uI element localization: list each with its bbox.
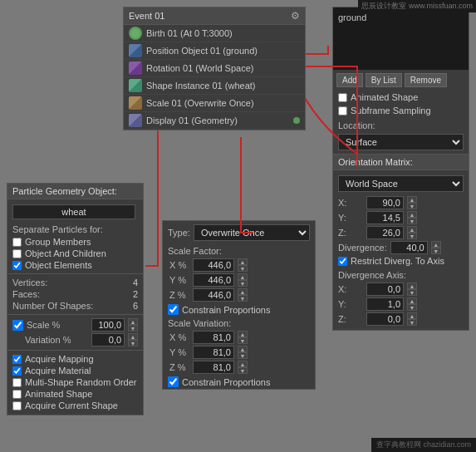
ax-up[interactable]: ▲ xyxy=(407,282,417,289)
var-z-label: Z % xyxy=(169,362,189,372)
var-x-up[interactable]: ▲ xyxy=(238,331,248,337)
acquire-material-row: Acquire Material xyxy=(7,365,143,376)
active-dot xyxy=(293,117,300,124)
scale-up[interactable]: ▲ xyxy=(128,318,138,325)
num-shapes-value: 6 xyxy=(133,301,138,311)
scale-x-up[interactable]: ▲ xyxy=(238,258,248,265)
event-item-position[interactable]: Position Object 01 (ground) xyxy=(124,42,305,60)
scale-y-down[interactable]: ▼ xyxy=(238,280,248,287)
event-item-scale[interactable]: Scale 01 (Overwrite Once) xyxy=(124,95,305,112)
orient-type-select[interactable]: World Space xyxy=(338,175,464,192)
ay-down[interactable]: ▼ xyxy=(407,304,417,311)
scale-z-label: Z % xyxy=(169,290,189,300)
faces-label: Faces: xyxy=(12,289,130,299)
animated-shape-row: Animated Shape xyxy=(333,91,469,104)
var-z-input[interactable] xyxy=(193,361,234,374)
az-up[interactable]: ▲ xyxy=(407,312,417,319)
orient-y-input[interactable] xyxy=(366,211,404,224)
var-y-up[interactable]: ▲ xyxy=(238,346,248,352)
multi-shape-checkbox[interactable] xyxy=(12,378,22,387)
scale-x-row: X % ▲ ▼ xyxy=(163,258,315,273)
ax-down[interactable]: ▼ xyxy=(407,289,417,296)
scale-input[interactable] xyxy=(91,318,125,332)
scale-checkbox[interactable] xyxy=(12,320,23,331)
restrict-checkbox[interactable] xyxy=(338,257,347,266)
event-item-shape[interactable]: Shape Instance 01 (wheat) xyxy=(124,77,305,95)
orient-x-up[interactable]: ▲ xyxy=(407,196,417,203)
orient-z-down[interactable]: ▼ xyxy=(407,233,417,239)
add-button[interactable]: Add xyxy=(336,73,363,87)
particle-name-input[interactable] xyxy=(12,204,135,219)
multi-shape-label: Multi-Shape Random Order xyxy=(25,377,137,387)
orient-y-down[interactable]: ▼ xyxy=(407,218,417,224)
event-item-label: Rotation 01 (World Space) xyxy=(146,63,300,73)
variation-down[interactable]: ▼ xyxy=(128,340,138,346)
scale-z-down[interactable]: ▼ xyxy=(238,295,248,302)
scale-z-up[interactable]: ▲ xyxy=(238,288,248,295)
scale-variation-label: Scale Variation: xyxy=(163,317,315,330)
object-elements-checkbox[interactable] xyxy=(12,261,22,270)
scale-z-input[interactable] xyxy=(193,288,234,302)
object-children-checkbox[interactable] xyxy=(12,249,22,258)
orient-x-down[interactable]: ▼ xyxy=(407,203,417,209)
separate-label: Separate Particles for: xyxy=(7,223,143,236)
vconstrain-label: Constrain Proportions xyxy=(182,377,270,387)
restrict-label: Restrict Diverg. To Axis xyxy=(351,256,444,266)
scale-y-input[interactable] xyxy=(193,273,234,287)
div-down[interactable]: ▼ xyxy=(431,248,441,254)
event-item-rotation[interactable]: Rotation 01 (World Space) xyxy=(124,60,305,77)
orient-z-up[interactable]: ▲ xyxy=(407,226,417,233)
animated-shape-checkbox[interactable] xyxy=(338,93,347,102)
orient-y-spinner: ▲ ▼ xyxy=(407,211,417,224)
scale-x-input[interactable] xyxy=(193,258,234,272)
divider2 xyxy=(7,314,143,315)
var-x-input[interactable] xyxy=(193,331,234,344)
axis-x-input[interactable] xyxy=(366,282,404,296)
divider3 xyxy=(7,350,143,351)
constrain-checkbox[interactable] xyxy=(168,304,179,315)
location-select[interactable]: Surface xyxy=(338,134,464,150)
restrict-row: Restrict Diverg. To Axis xyxy=(333,255,469,267)
az-down[interactable]: ▼ xyxy=(407,319,417,326)
ay-up[interactable]: ▲ xyxy=(407,297,417,304)
acquire-material-checkbox[interactable] xyxy=(12,366,22,376)
var-y-down[interactable]: ▼ xyxy=(238,352,248,359)
axis-y-input[interactable] xyxy=(366,297,404,311)
animated-shape-particle-label: Animated Shape xyxy=(25,389,92,399)
bylist-button[interactable]: By List xyxy=(366,73,402,87)
scale-x-down[interactable]: ▼ xyxy=(238,265,248,272)
variation-up[interactable]: ▲ xyxy=(128,333,138,340)
animated-shape-particle-checkbox[interactable] xyxy=(12,390,22,399)
bottom-watermark: 查字典教程网 chazidian.com xyxy=(371,438,476,452)
divergence-input[interactable] xyxy=(390,241,428,254)
acquire-mapping-checkbox[interactable] xyxy=(12,355,22,364)
axis-z-input[interactable] xyxy=(366,312,404,326)
orient-y-up[interactable]: ▲ xyxy=(407,211,417,218)
group-members-checkbox[interactable] xyxy=(12,238,22,247)
remove-button[interactable]: Remove xyxy=(405,73,447,87)
event-item-label: Display 01 (Geometry) xyxy=(146,115,290,125)
gear-icon[interactable]: ⚙ xyxy=(291,10,300,22)
var-x-down[interactable]: ▼ xyxy=(238,337,248,344)
event-item-display[interactable]: Display 01 (Geometry) xyxy=(124,112,305,130)
event-item-label: Position Object 01 (ground) xyxy=(146,46,300,56)
scale-y-up[interactable]: ▲ xyxy=(238,273,248,280)
orient-z-input[interactable] xyxy=(366,226,404,239)
var-z-down[interactable]: ▼ xyxy=(238,367,248,374)
div-spinner: ▲ ▼ xyxy=(431,241,441,254)
var-z-up[interactable]: ▲ xyxy=(238,361,248,367)
var-x-row: X % ▲ ▼ xyxy=(163,330,315,345)
event-item-birth[interactable]: Birth 01 (At 0 T:3000) xyxy=(124,25,305,42)
scale-down[interactable]: ▼ xyxy=(128,325,138,332)
vconstrain-checkbox[interactable] xyxy=(168,376,179,387)
var-y-input[interactable] xyxy=(193,346,234,359)
type-select[interactable]: Overwrite Once xyxy=(194,224,310,241)
orient-x-input[interactable] xyxy=(366,196,404,209)
az-spinner: ▲ ▼ xyxy=(407,312,417,326)
birth-icon xyxy=(129,27,142,40)
acquire-current-checkbox[interactable] xyxy=(12,401,22,410)
div-up[interactable]: ▲ xyxy=(431,241,441,248)
subframe-checkbox[interactable] xyxy=(338,106,347,115)
variation-input[interactable] xyxy=(91,333,125,346)
num-shapes-row: Number Of Shapes: 6 xyxy=(7,300,143,312)
